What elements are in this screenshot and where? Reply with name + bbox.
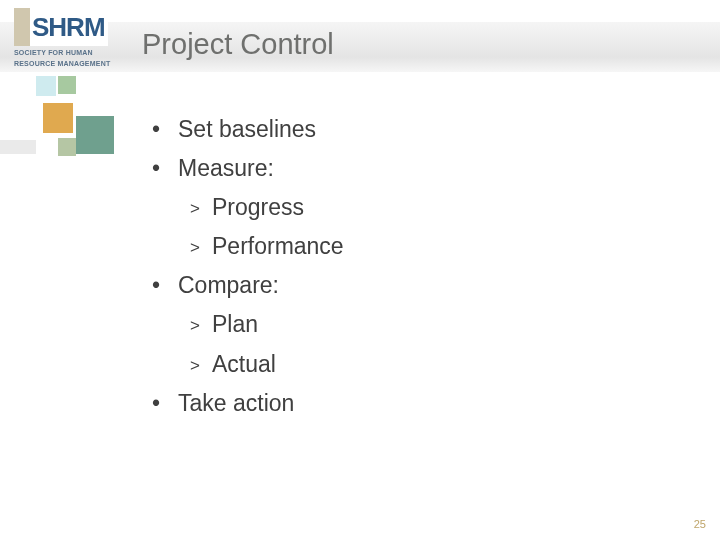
sub-bullet-item: >Performance [190,227,662,266]
deco-square-icon [43,103,73,133]
slide-title: Project Control [142,28,334,61]
chevron-icon: > [190,195,212,224]
bullet-text: Set baselines [178,116,316,142]
bullet-text: Progress [212,194,304,220]
chevron-icon: > [190,234,212,263]
deco-square-icon [76,116,114,154]
bullet-text: Compare: [178,272,279,298]
bullet-text: Take action [178,390,294,416]
bullet-item: Take action [142,384,662,423]
bullet-item: Compare: [142,266,662,305]
bullet-text: Actual [212,351,276,377]
logo-letters: SHRM [30,8,108,46]
sub-bullet-item: >Plan [190,305,662,344]
sub-bullet-item: >Actual [190,345,662,384]
decorative-strip [0,140,36,154]
logo-subtitle-line1: SOCIETY FOR HUMAN [14,49,132,57]
chevron-icon: > [190,312,212,341]
bullet-item: Measure: [142,149,662,188]
decorative-squares [36,76,136,196]
shrm-logo: SHRM SOCIETY FOR HUMAN RESOURCE MANAGEME… [14,8,132,67]
chevron-icon: > [190,352,212,381]
page-number: 25 [694,518,706,530]
logo-block-icon [14,8,30,46]
deco-square-icon [58,76,76,94]
bullet-text: Performance [212,233,344,259]
slide-content: Set baselines Measure: >Progress >Perfor… [142,110,662,423]
deco-square-icon [36,76,56,96]
bullet-item: Set baselines [142,110,662,149]
bullet-text: Measure: [178,155,274,181]
bullet-text: Plan [212,311,258,337]
logo-subtitle-line2: RESOURCE MANAGEMENT [14,60,132,68]
deco-square-icon [58,138,76,156]
sub-bullet-item: >Progress [190,188,662,227]
